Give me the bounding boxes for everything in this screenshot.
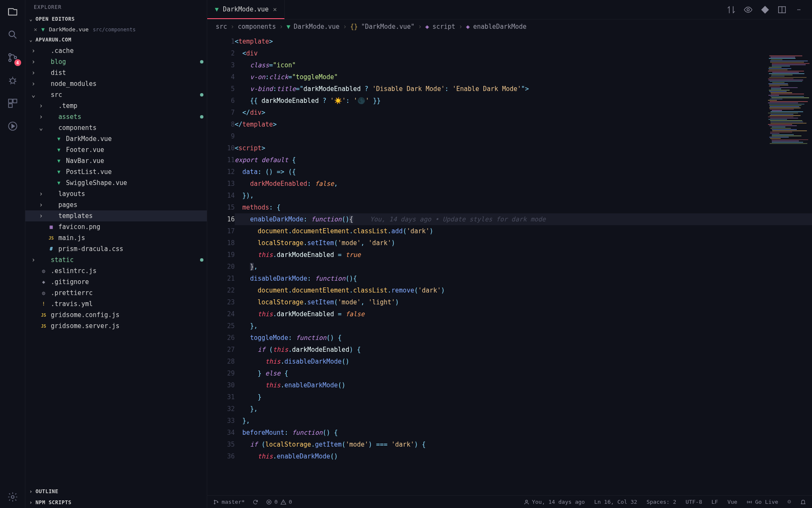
- more-icon[interactable]: ⋯: [794, 5, 804, 14]
- project-section[interactable]: ⌄ APVARUN.COM: [25, 34, 207, 45]
- settings-gear-icon[interactable]: [6, 490, 19, 504]
- code-editor[interactable]: 1234567891011121314151617181920212223242…: [207, 34, 812, 495]
- folder-icon: [40, 69, 47, 77]
- tree-item-label: .gitignore: [51, 278, 89, 286]
- tree-item[interactable]: ›.temp: [25, 100, 207, 111]
- vue-icon: ▼: [55, 146, 63, 154]
- extensions-icon[interactable]: [6, 97, 19, 110]
- tree-item[interactable]: ▼PostList.vue: [25, 166, 207, 177]
- svg-point-16: [525, 500, 527, 502]
- js-icon: JS: [40, 311, 47, 319]
- chevron-right-icon: ›: [29, 489, 33, 494]
- git-icon[interactable]: [760, 5, 770, 14]
- tree-item[interactable]: ⌄src: [25, 89, 207, 100]
- svg-point-1: [8, 54, 11, 56]
- tree-item[interactable]: ▼NavBar.vue: [25, 155, 207, 166]
- golive-status[interactable]: Go Live: [746, 499, 778, 505]
- modified-dot-icon: [200, 258, 203, 262]
- npm-section[interactable]: › NPM SCRIPTS: [25, 497, 207, 508]
- tree-item[interactable]: ◎.prettierrc: [25, 287, 207, 298]
- tree-item-label: .prettierrc: [51, 289, 93, 297]
- feedback-icon[interactable]: ☺: [787, 499, 791, 505]
- tree-item[interactable]: #prism-dracula.css: [25, 243, 207, 254]
- blame-status[interactable]: You, 14 days ago: [524, 499, 585, 505]
- sync-icon[interactable]: [252, 499, 258, 505]
- activity-bar: 4: [0, 0, 25, 508]
- tree-item[interactable]: ▼SwiggleShape.vue: [25, 177, 207, 188]
- breadcrumbs[interactable]: src› components› ▼DarkMode.vue› {}"DarkM…: [207, 19, 812, 34]
- live-icon[interactable]: [6, 119, 19, 133]
- open-editor-item[interactable]: ✕ ▼ DarkMode.vue src/components: [25, 25, 207, 34]
- explorer-icon[interactable]: [6, 5, 19, 19]
- open-editors-section[interactable]: ⌄ OPEN EDITORS: [25, 14, 207, 25]
- vue-icon: ▼: [41, 26, 45, 33]
- close-icon[interactable]: ✕: [273, 6, 277, 13]
- outline-section[interactable]: › OUTLINE: [25, 486, 207, 497]
- chevron-right-icon: ›: [30, 58, 36, 66]
- chevron-right-icon: ›: [38, 113, 44, 121]
- tree-item[interactable]: ›blog: [25, 56, 207, 67]
- compare-icon[interactable]: [727, 5, 736, 14]
- tree-item[interactable]: JSgridsome.server.js: [25, 320, 207, 331]
- tree-item[interactable]: ›pages: [25, 199, 207, 210]
- svg-point-2: [8, 59, 11, 61]
- tree-item-label: assets: [58, 113, 81, 121]
- vue-icon: ▼: [55, 168, 63, 176]
- tree-item-label: SwiggleShape.vue: [66, 179, 127, 187]
- eol-status[interactable]: LF: [711, 499, 718, 505]
- vue-icon: ▼: [215, 6, 219, 13]
- tree-item[interactable]: ›static: [25, 254, 207, 265]
- bell-icon[interactable]: [800, 499, 806, 505]
- svg-point-4: [10, 79, 15, 83]
- split-icon[interactable]: [777, 5, 787, 14]
- chevron-right-icon: ›: [29, 500, 33, 505]
- preview-icon[interactable]: [743, 5, 753, 14]
- js-icon: JS: [47, 234, 55, 242]
- tree-item-label: components: [58, 124, 96, 132]
- code-area[interactable]: <template> <div class="icon" v-on:click=…: [235, 34, 812, 495]
- folder-icon: [47, 113, 55, 121]
- modified-dot-icon: [200, 93, 203, 97]
- sidebar-title: EXPLORER: [25, 0, 207, 14]
- tree-item[interactable]: ›templates: [25, 210, 207, 221]
- tree-item[interactable]: !.travis.yml: [25, 298, 207, 309]
- svg-rect-5: [8, 99, 12, 103]
- tree-item[interactable]: JSmain.js: [25, 232, 207, 243]
- debug-icon[interactable]: [6, 74, 19, 87]
- tree-item[interactable]: ›assets: [25, 111, 207, 122]
- close-icon[interactable]: ✕: [34, 26, 37, 33]
- line-gutter: 1234567891011121314151617181920212223242…: [207, 34, 235, 495]
- braces-icon: {}: [350, 23, 358, 30]
- branch-status[interactable]: master*: [213, 499, 245, 505]
- tree-item-label: Footer.vue: [66, 146, 104, 154]
- tree-item[interactable]: ▦favicon.png: [25, 221, 207, 232]
- source-control-icon[interactable]: 4: [6, 51, 19, 64]
- tree-item[interactable]: ›dist: [25, 67, 207, 78]
- minimap[interactable]: [768, 55, 810, 161]
- tree-item-label: favicon.png: [58, 223, 100, 231]
- tree-item-label: NavBar.vue: [66, 157, 104, 165]
- gitlens-annotation: You, 14 days ago • Update styles for dar…: [370, 215, 546, 223]
- language-status[interactable]: Vue: [727, 499, 737, 505]
- tab-darkmode[interactable]: ▼ DarkMode.vue ✕: [207, 0, 285, 19]
- tree-item[interactable]: ▼Footer.vue: [25, 144, 207, 155]
- tree-item[interactable]: ⌄components: [25, 122, 207, 133]
- tree-item[interactable]: ◎.eslintrc.js: [25, 265, 207, 276]
- tree-item-label: .temp: [58, 102, 77, 110]
- search-icon[interactable]: [6, 28, 19, 41]
- img-icon: ▦: [47, 223, 55, 231]
- chevron-down-icon: ⌄: [38, 124, 44, 132]
- cursor-pos[interactable]: Ln 16, Col 32: [594, 499, 637, 505]
- spaces-status[interactable]: Spaces: 2: [647, 499, 676, 505]
- problems-status[interactable]: 0 0: [266, 499, 292, 505]
- tree-item[interactable]: JSgridsome.config.js: [25, 309, 207, 320]
- tree-item[interactable]: ▼DarkMode.vue: [25, 133, 207, 144]
- tree-item[interactable]: ›layouts: [25, 188, 207, 199]
- encoding-status[interactable]: UTF-8: [686, 499, 702, 505]
- tree-item-label: templates: [58, 212, 93, 220]
- svg-point-10: [747, 8, 749, 11]
- folder-icon: [47, 190, 55, 198]
- tree-item[interactable]: ◆.gitignore: [25, 276, 207, 287]
- tree-item[interactable]: ›node_modules: [25, 78, 207, 89]
- tree-item[interactable]: ›.cache: [25, 45, 207, 56]
